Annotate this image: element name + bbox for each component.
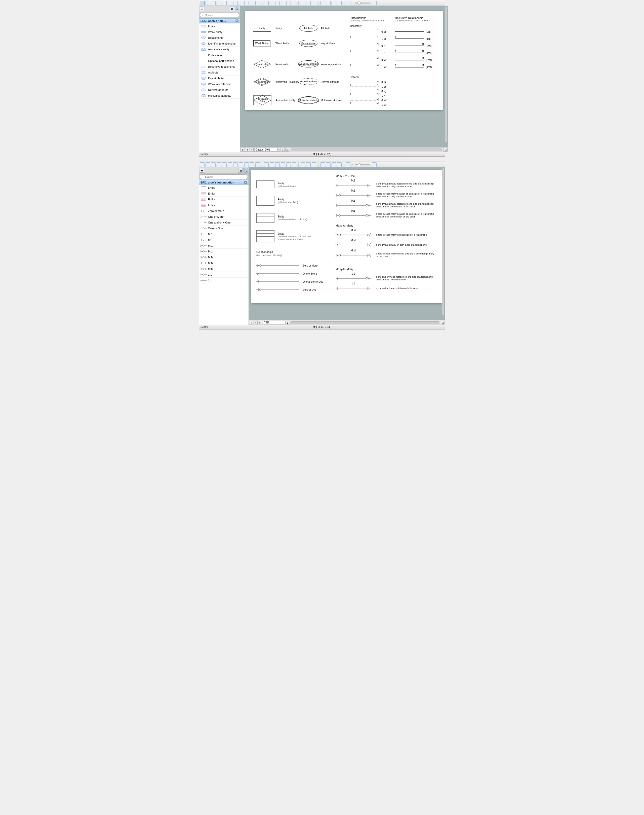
zoom-tool[interactable] bbox=[320, 1, 325, 5]
library-item[interactable]: M:1 bbox=[199, 231, 248, 237]
table-tool[interactable] bbox=[216, 1, 221, 5]
page-next-icon[interactable]: ► bbox=[258, 321, 262, 324]
connector-tool-6[interactable] bbox=[250, 1, 255, 5]
optional-participation-line[interactable]: 1M(1:M) bbox=[350, 103, 386, 106]
entity-block-4[interactable] bbox=[256, 230, 274, 242]
view-mode-2[interactable]: ▯▯ bbox=[285, 148, 289, 152]
page-prev-icon[interactable]: ◄ bbox=[245, 148, 249, 152]
page-next-icon[interactable]: ► bbox=[250, 148, 254, 152]
library-item[interactable]: Attribute bbox=[199, 70, 240, 75]
grid-view-icon[interactable]: ▦ bbox=[230, 6, 234, 11]
resize-grip-icon[interactable]: ◿ bbox=[441, 321, 445, 324]
horizontal-scrollbar[interactable] bbox=[290, 321, 440, 324]
participation-line[interactable]: 1N(1:N) bbox=[350, 52, 386, 54]
group-tool-1[interactable] bbox=[301, 162, 305, 167]
zoom-level-field[interactable]: Custom 79% bbox=[255, 148, 277, 152]
identifying-relationship-shape[interactable]: Relationship bbox=[253, 77, 271, 86]
library-section-header[interactable]: ERD, Chen's nota... × bbox=[199, 18, 240, 23]
connector-line[interactable]: M:M bbox=[336, 253, 371, 258]
connector-tool-4[interactable] bbox=[239, 1, 243, 5]
connector-tool-4[interactable] bbox=[239, 162, 243, 167]
optional-participation-line[interactable]: M(0:M) bbox=[350, 99, 386, 101]
connector-tool-3[interactable] bbox=[233, 162, 238, 167]
line-tool-2[interactable] bbox=[270, 1, 274, 5]
recursive-line[interactable]: 1(0:1) bbox=[395, 31, 431, 33]
group-tool-2[interactable] bbox=[306, 162, 311, 167]
search-input[interactable] bbox=[200, 13, 239, 17]
connector-tool-3[interactable] bbox=[233, 1, 238, 5]
connector-line[interactable] bbox=[256, 287, 299, 292]
connector-tool-6[interactable] bbox=[250, 162, 255, 167]
line-tool-6[interactable] bbox=[292, 162, 296, 167]
line-tool-5[interactable] bbox=[286, 1, 291, 5]
vertical-scrollbar[interactable] bbox=[442, 168, 445, 315]
recursive-line[interactable]: 1N(1:N) bbox=[395, 52, 431, 54]
group-tool-3[interactable] bbox=[312, 1, 316, 5]
library-item[interactable]: Derived attribute bbox=[199, 87, 240, 93]
optional-participation-line[interactable]: 1(0:1) bbox=[350, 81, 386, 83]
connector-tool-5[interactable] bbox=[244, 162, 249, 167]
connector-line[interactable]: M:M bbox=[336, 242, 371, 248]
library-item[interactable]: 1:1 bbox=[199, 278, 248, 283]
zoom-out-icon[interactable] bbox=[346, 1, 350, 5]
line-tool-3[interactable] bbox=[275, 162, 280, 167]
library-item[interactable]: Entity bbox=[199, 23, 240, 29]
entity-block-2[interactable] bbox=[256, 196, 274, 206]
library-item[interactable]: One or More bbox=[199, 214, 248, 220]
connector-line[interactable] bbox=[256, 279, 299, 284]
pointer-tool[interactable] bbox=[200, 1, 204, 5]
library-item[interactable]: Zero or One bbox=[199, 226, 248, 231]
library-item[interactable]: Optional participation bbox=[199, 58, 240, 64]
connector-tool-5[interactable] bbox=[244, 1, 249, 5]
resize-grip-icon[interactable]: ◿ bbox=[443, 148, 448, 152]
canvas-viewport[interactable]: Entity Entity Weak Entity Weak Entity Re… bbox=[240, 6, 448, 147]
connector-line[interactable]: M:1 bbox=[336, 183, 371, 188]
connector-line[interactable]: 1:1 bbox=[336, 286, 371, 291]
library-item[interactable]: Entity bbox=[199, 202, 248, 208]
line-tool-4[interactable] bbox=[281, 162, 285, 167]
line-tool-3[interactable] bbox=[275, 1, 280, 5]
close-icon[interactable]: × bbox=[244, 181, 247, 184]
vertical-scrollbar[interactable] bbox=[445, 6, 447, 142]
attribute-shape[interactable]: Attribute bbox=[299, 25, 317, 32]
recursive-line[interactable]: N(0:N) bbox=[395, 45, 431, 47]
group-tool-3[interactable] bbox=[312, 162, 316, 167]
zoom-tool[interactable] bbox=[320, 162, 325, 167]
library-tree-icon[interactable]: ☰ bbox=[200, 168, 204, 173]
participation-line[interactable]: M(0:M) bbox=[350, 58, 386, 62]
library-item[interactable]: Key attribute bbox=[199, 75, 240, 81]
line-tool-4[interactable] bbox=[281, 1, 285, 5]
canvas-viewport[interactable]: Entity (with no attributes) Entity (with… bbox=[249, 168, 445, 320]
library-section-header[interactable]: ERD, crow's foot notation × bbox=[199, 180, 248, 185]
participation-line[interactable]: 1M(1:M) bbox=[350, 66, 386, 68]
entity-block-1[interactable] bbox=[256, 180, 274, 188]
library-item[interactable]: Associative entity bbox=[199, 46, 240, 52]
library-item[interactable]: Relationship bbox=[199, 35, 240, 41]
snapshot-tool[interactable] bbox=[255, 162, 260, 167]
zoom-stepper[interactable]: ▲▼ bbox=[286, 321, 289, 324]
entity-block-3[interactable] bbox=[256, 213, 274, 223]
zoom-level-field[interactable]: 75% bbox=[263, 321, 285, 324]
library-item[interactable]: Weak entity bbox=[199, 29, 240, 35]
library-item[interactable]: M:M bbox=[199, 254, 248, 260]
rect-tool[interactable] bbox=[205, 162, 210, 167]
library-item[interactable]: Multivalue attribute bbox=[199, 93, 240, 98]
library-item[interactable]: Entity bbox=[199, 185, 248, 191]
line-tool-1[interactable] bbox=[264, 162, 269, 167]
key-attribute-shape[interactable]: Key attribute bbox=[299, 40, 317, 47]
participation-line[interactable]: 11(1:1) bbox=[350, 37, 386, 40]
library-item[interactable]: Participation bbox=[199, 52, 240, 58]
connector-line[interactable]: 1:1 bbox=[336, 276, 371, 281]
recursive-line[interactable]: M(0:M) bbox=[395, 58, 432, 62]
library-item[interactable]: Entity bbox=[199, 191, 248, 197]
eyedropper-tool[interactable] bbox=[337, 162, 342, 167]
print-tool[interactable] bbox=[331, 162, 336, 167]
line-tool-6[interactable] bbox=[292, 1, 296, 5]
connector-line[interactable]: M:1 bbox=[336, 203, 371, 208]
connector-tool-2[interactable] bbox=[228, 162, 232, 167]
search-input[interactable] bbox=[200, 174, 248, 179]
connector-tool-1[interactable] bbox=[222, 162, 227, 167]
library-item[interactable]: M:M bbox=[199, 266, 248, 272]
ellipse-tool[interactable] bbox=[211, 162, 216, 167]
library-item[interactable]: M:1 bbox=[199, 243, 248, 249]
